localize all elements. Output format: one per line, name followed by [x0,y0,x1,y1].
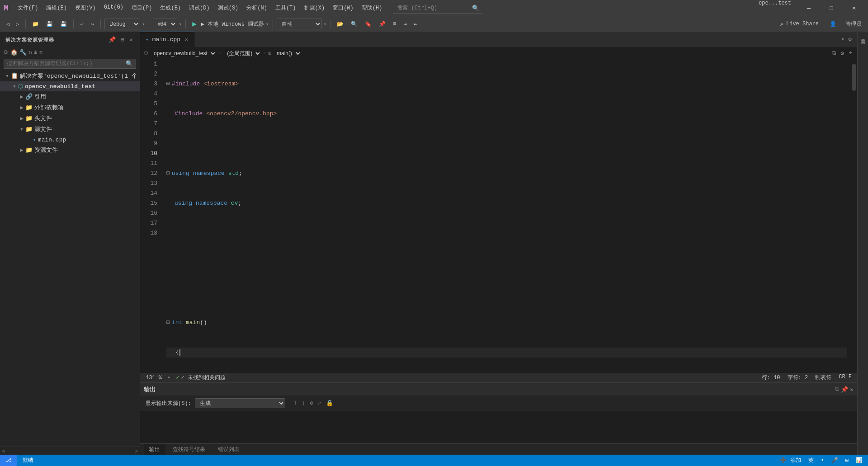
save-all-icon[interactable]: 💾 [57,19,70,29]
tree-item-headers[interactable]: ▶ 📁 头文件 [0,113,140,124]
no-issues-indicator[interactable]: ✓ ✓ 未找到相关问题 [176,374,226,381]
menu-view[interactable]: 视图(V) [71,2,99,14]
zoom-level[interactable]: 131 % [146,375,162,381]
tree-item-maincpp[interactable]: ✦ main.cpp [0,135,140,145]
output-float-icon[interactable]: ⧉ [835,386,839,393]
undo-icon[interactable]: ↩ [77,19,86,29]
account-icon[interactable]: 👤 [827,19,839,29]
bookmark-icon[interactable]: 🔖 [362,19,374,29]
editor-split-icon[interactable]: ⧉ [830,48,837,58]
scrollbar-thumb[interactable] [852,64,856,91]
tab-settings-icon[interactable]: ⚙ [846,34,854,45]
scroll-right-icon[interactable]: ▷ [135,448,138,454]
redo-icon[interactable]: ↪ [88,19,97,29]
menu-help[interactable]: 帮助(H) [358,2,386,14]
status-mic-icon[interactable]: 🎤 [830,457,840,464]
indent-icon[interactable]: ⇥ [401,19,410,29]
menu-analyze[interactable]: 分析(N) [243,2,271,14]
output-close-icon[interactable]: ✕ [850,386,854,393]
status-add-icon[interactable]: ➕ 添加 [778,457,802,464]
tree-item-resources[interactable]: ▶ 📁 资源文件 [0,145,140,155]
output-down-icon[interactable]: ↓ [301,398,307,408]
sidebar-filter-icon[interactable]: 🔧 [19,49,27,56]
tab-type[interactable]: 制表符 [815,374,831,381]
status-lang[interactable]: 英 [807,457,816,464]
zoom-arrow[interactable]: ▾ [167,374,170,381]
tab-list-icon[interactable]: ▾ [839,34,846,45]
menu-git[interactable]: Git(G) [100,2,127,14]
sidebar-close-icon[interactable]: ✕ [128,35,134,44]
breadcrumb-symbol-select[interactable]: main() [273,49,302,58]
format-icon[interactable]: ≡ [390,19,399,28]
output-lock-icon[interactable]: 🔒 [325,398,335,408]
minimize-button[interactable]: — [798,0,819,16]
bottom-tab-find[interactable]: 查找符号结果 [167,444,211,455]
live-share-button[interactable]: ↗ Live Share [775,19,823,30]
sidebar-sync-icon[interactable]: ⟳ [4,49,9,56]
status-grid-icon[interactable]: ⊞ [844,457,850,464]
global-search[interactable]: 搜索 (Ctrl+Q) 🔍 [393,3,483,14]
menu-extensions[interactable]: 扩展(X) [301,2,329,14]
sidebar-collapse-icon[interactable]: ⊟ [120,35,126,44]
fold-1-icon[interactable]: ⊟ [166,79,170,89]
status-chart-icon[interactable]: 📊 [854,457,864,464]
output-up-icon[interactable]: ↑ [292,398,299,408]
fold-4-icon[interactable]: ⊟ [166,169,170,179]
encoding[interactable]: CRLF [839,374,852,381]
sidebar-properties-icon[interactable]: 🏠 [10,49,18,56]
sidebar-refresh-icon[interactable]: ↻ [28,49,32,56]
menu-tools[interactable]: 工具(T) [272,2,300,14]
run-icon[interactable]: ▶ [189,19,199,28]
save-icon[interactable]: 💾 [43,19,56,29]
platform-select[interactable]: x64 x86 [153,19,177,29]
maximize-button[interactable]: ❐ [821,0,842,16]
breadcrumb-scope-select[interactable]: (全局范围) [223,49,261,58]
unindent-icon[interactable]: ⇤ [411,19,420,29]
sidebar-search-container[interactable]: 🔍 [4,59,136,69]
run-arrow[interactable]: ▾ [266,21,269,27]
tab-maincpp[interactable]: ✦ main.cpp ✕ [140,32,195,47]
fold-9-icon[interactable]: ⊟ [166,318,170,328]
tab-close-icon[interactable]: ✕ [184,36,189,43]
menu-edit[interactable]: 编辑(E) [42,2,71,14]
output-clear-icon[interactable]: ⊘ [308,398,315,408]
editor-add-icon[interactable]: + [847,48,854,58]
auto-arrow[interactable]: ▾ [324,21,327,27]
bottom-tab-errors[interactable]: 错误列表 [212,444,245,455]
pin-icon[interactable]: 📌 [376,19,388,29]
editor-settings-icon[interactable]: ⚙ [839,48,845,58]
tree-item-solution[interactable]: ▾ 📋 解决方案'opencv_newbuild_test'(1 个工 [0,71,140,81]
tree-item-sources[interactable]: ▾ 📁 源文件 [0,124,140,135]
sidebar-expand-icon[interactable]: ≡ [39,49,43,56]
tree-item-external-deps[interactable]: ▶ 📁 外部依赖项 [0,102,140,113]
new-project-icon[interactable]: 📁 [29,19,42,29]
menu-build[interactable]: 生成(B) [156,2,184,14]
status-ready[interactable]: 就绪 [17,457,39,464]
code-editor[interactable]: 1 2 3 4 5 6 7 8 9 10 11 12 13 14 [140,59,851,372]
back-button[interactable]: ◁ [4,19,12,29]
debug-arrow[interactable]: ▾ [142,21,145,27]
tree-item-project[interactable]: ▾ ⬡ opencv_newbuild_test [0,81,140,91]
manage-label[interactable]: 管理员 [843,19,864,29]
debug-config-select[interactable]: Debug Release [104,19,140,29]
search-nav-icon[interactable]: 🔍 [348,19,360,29]
menu-file[interactable]: 文件(F) [14,2,42,14]
output-source-select[interactable]: 生成 [195,398,285,408]
platform-arrow[interactable]: ▾ [179,21,182,27]
tree-item-references[interactable]: ▶ 🔗 引用 [0,91,140,102]
vertical-scrollbar[interactable] [851,59,857,372]
output-word-wrap-icon[interactable]: ⇌ [316,398,323,408]
sidebar-search-input[interactable] [7,61,126,67]
auto-select[interactable]: 自动 [277,19,322,29]
menu-project[interactable]: 项目(P) [128,2,156,14]
menu-test[interactable]: 测试(S) [214,2,242,14]
forward-button[interactable]: ▷ [13,19,22,29]
scroll-left-icon[interactable]: ◁ [2,448,5,454]
col-indicator[interactable]: 字符: 2 [788,374,808,381]
menu-window[interactable]: 窗口(W) [329,2,357,14]
run-label[interactable]: ▶ 本地 Windows 调试器 [201,20,264,28]
git-status[interactable]: ⎇ [0,455,17,466]
sidebar-add-icon[interactable]: ⊞ [34,49,38,56]
output-pin-icon[interactable]: 📌 [841,386,848,393]
breadcrumb-project-select[interactable]: opencv_newbuild_test [150,49,217,58]
